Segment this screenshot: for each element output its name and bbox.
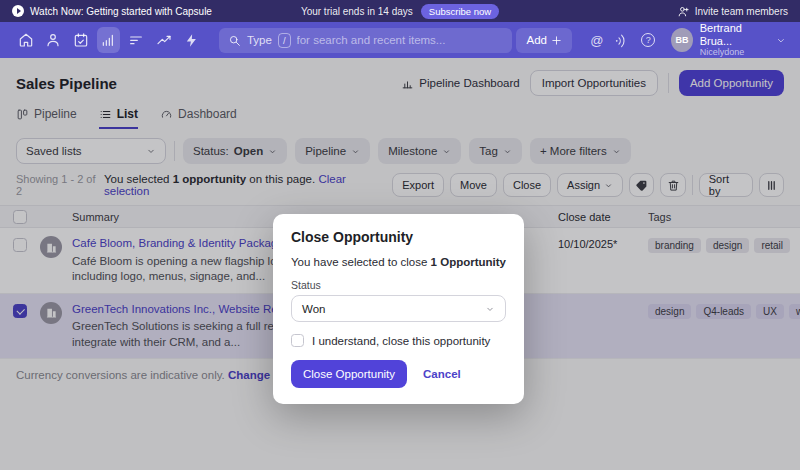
plus-icon: [551, 35, 562, 46]
account-menu[interactable]: BB Bertrand Brua... Nicelydone: [671, 22, 786, 58]
calendar-icon[interactable]: [69, 27, 93, 53]
user-avatar: BB: [671, 28, 692, 52]
search-placeholder: for search and recent items...: [297, 34, 446, 46]
search-input[interactable]: Type / for search and recent items...: [219, 28, 513, 53]
people-icon[interactable]: [42, 27, 66, 53]
search-type-label: Type: [247, 34, 272, 46]
page-content: Sales Pipeline Pipeline Dashboard Import…: [0, 58, 800, 470]
chevron-down-icon: [485, 304, 495, 314]
search-icon: [228, 34, 241, 47]
close-opportunity-modal: Close Opportunity You have selected to c…: [273, 214, 524, 404]
slash-keycap: /: [278, 33, 291, 48]
status-field-label: Status: [291, 279, 506, 291]
user-name: Bertrand Brua...: [700, 22, 769, 47]
add-button[interactable]: Add: [516, 28, 571, 53]
main-navbar: Type / for search and recent items... Ad…: [0, 22, 800, 58]
play-icon: [12, 5, 24, 17]
confirm-close-button[interactable]: Close Opportunity: [291, 360, 407, 388]
reports-icon[interactable]: [152, 27, 176, 53]
invite-user-icon: [677, 5, 690, 18]
modal-title: Close Opportunity: [291, 229, 506, 245]
broadcast-icon[interactable]: [612, 28, 634, 52]
watch-now-link[interactable]: Watch Now: Getting started with Capsule: [12, 5, 293, 17]
cancel-button[interactable]: Cancel: [423, 368, 461, 380]
trial-banner: Watch Now: Getting started with Capsule …: [0, 0, 800, 22]
subscribe-button[interactable]: Subscribe now: [421, 4, 499, 19]
automation-icon[interactable]: [179, 27, 203, 53]
modal-message: You have selected to close 1 Opportunity: [291, 256, 506, 268]
user-org: Nicelydone: [700, 47, 769, 57]
help-icon[interactable]: ?: [637, 28, 659, 52]
home-icon[interactable]: [14, 27, 38, 53]
invite-team-members-button[interactable]: Invite team members: [695, 6, 788, 17]
chevron-down-icon: [776, 35, 786, 46]
mentions-icon[interactable]: @: [586, 28, 608, 52]
sales-pipeline-icon[interactable]: [97, 27, 121, 53]
understand-checkbox[interactable]: [291, 334, 304, 347]
understand-checkbox-label[interactable]: I understand, close this opportunity: [312, 335, 490, 347]
watch-now-label: Watch Now: Getting started with Capsule: [30, 6, 212, 17]
tasks-icon[interactable]: [124, 27, 148, 53]
trial-countdown: Your trial ends in 14 days: [301, 6, 413, 17]
status-select[interactable]: Won: [291, 295, 506, 322]
